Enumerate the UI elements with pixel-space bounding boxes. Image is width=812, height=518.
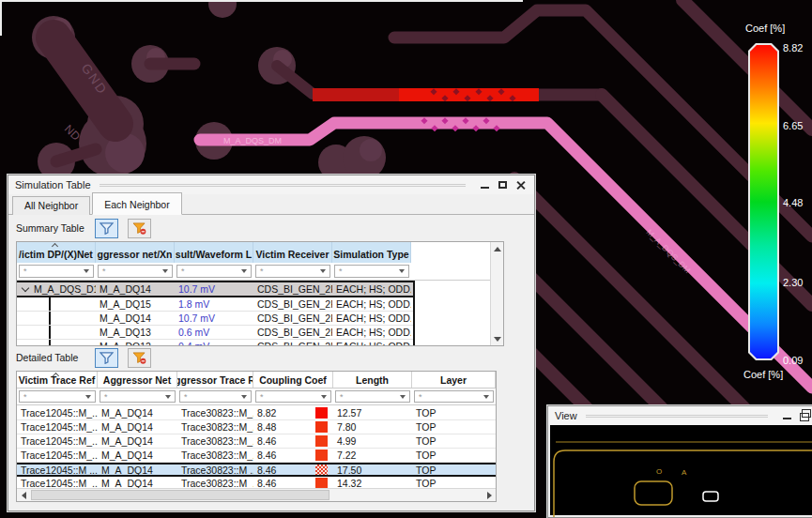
scroll-down-button[interactable] — [491, 332, 503, 345]
window-title: View — [555, 410, 577, 421]
reference-designator: O — [656, 467, 662, 476]
summary-table: /ictim DP/(X)Net ggressor net/Xn sult/Wa… — [16, 241, 504, 346]
filter-funnel-icon — [100, 352, 114, 364]
filter-input-victim-trace[interactable]: * — [19, 390, 96, 403]
column-header-aggressor-net[interactable]: ggressor net/Xn — [96, 242, 175, 263]
dropdown-arrow-icon — [84, 269, 89, 273]
column-header-simulation-type[interactable]: Simulation Type — [332, 242, 411, 263]
close-icon — [515, 180, 526, 190]
view-viewport[interactable]: O A — [550, 425, 812, 515]
scroll-left-button[interactable] — [17, 489, 30, 501]
restore-icon — [800, 413, 809, 421]
dropdown-arrow-icon — [399, 269, 405, 273]
dropdown-arrow-icon — [320, 269, 326, 273]
column-header-length[interactable]: Length — [333, 372, 412, 388]
summary-row-selected[interactable]: M_A_DQS_D1 M_A_DQ14 10.7 mV CDS_BI_GEN_2… — [17, 282, 413, 297]
filter-input-aggressor-net[interactable]: * — [98, 265, 173, 278]
detailed-row[interactable]: Trace12045::M_... M_A_DQ14 Trace30823::M… — [17, 434, 496, 449]
simulation-table-titlebar[interactable]: Simulation Table — [8, 175, 534, 194]
detailed-table: Victim Trace Ref Aggressor Net ggressor … — [16, 371, 497, 502]
filter-funnel-icon — [100, 222, 114, 235]
summary-clear-filter-button[interactable] — [128, 219, 151, 238]
tree-branch-line — [49, 312, 51, 325]
restore-button[interactable] — [797, 409, 812, 423]
column-header-result-waveform[interactable]: sult/Waveform L — [175, 242, 253, 263]
column-header-aggressor-trace-ref[interactable]: ggressor Trace R — [177, 372, 253, 388]
dropdown-arrow-icon — [165, 395, 171, 399]
victim-net-label: M_A_DQS_DM — [223, 136, 282, 145]
filter-input-layer[interactable]: * — [414, 390, 494, 403]
detailed-rows: Trace12045::M_... M_A_DQ14 Trace30823::M… — [17, 406, 496, 491]
column-header-victim-net[interactable]: /ictim DP/(X)Net — [17, 242, 96, 263]
scroll-up-button[interactable] — [491, 242, 503, 255]
dropdown-arrow-icon — [400, 395, 406, 399]
close-button[interactable] — [513, 178, 528, 192]
column-header-coupling-coef[interactable]: Coupling Coef — [253, 372, 333, 388]
maximize-button[interactable] — [495, 178, 510, 192]
victim-net-label-diagonal: M_A_DQS_DM — [645, 227, 693, 275]
filter-input-aggressor-trace[interactable]: * — [179, 390, 252, 403]
application-screen: GND ND — [0, 0, 812, 518]
clear-filter-funnel-icon — [132, 352, 146, 364]
dropdown-arrow-icon — [162, 269, 168, 273]
summary-row[interactable]: M_A_DQ15 1.8 mV CDS_BI_GEN_2P... EACH; H… — [17, 297, 413, 312]
filter-input-coupling-coef[interactable]: * — [255, 390, 331, 403]
tab-all-neighbor[interactable]: All Neighbor — [12, 196, 90, 215]
view-window-titlebar[interactable]: View — [548, 406, 812, 425]
summary-table-label: Summary Table — [16, 222, 85, 234]
column-header-aggressor-net[interactable]: Aggressor Net — [98, 372, 177, 388]
color-scale-tick: 4.48 — [783, 197, 811, 208]
color-scale-tick-max: 8.82 — [783, 42, 811, 53]
color-scale-tick: 2.30 — [783, 277, 811, 288]
horizontal-scroll-thumb[interactable] — [31, 490, 329, 500]
filter-input-sim-type[interactable]: * — [334, 265, 409, 278]
detailed-row[interactable]: Trace12045::M_... M_A_DQ14 Trace30823::M… — [17, 449, 496, 463]
filter-input-length[interactable]: * — [335, 390, 410, 403]
detailed-table-header: Victim Trace Ref Aggressor Net ggressor … — [17, 372, 496, 388]
column-header-victim-receiver[interactable]: Victim Receiver — [253, 242, 332, 263]
simulation-table-window: Simulation Table All Neighbor Each Neigh… — [8, 175, 535, 511]
column-header-layer[interactable]: Layer — [412, 372, 496, 388]
arrow-left-icon — [22, 492, 26, 499]
summary-table-header: /ictim DP/(X)Net ggressor net/Xn sult/Wa… — [17, 242, 503, 263]
board-outline — [554, 450, 812, 517]
dropdown-arrow-icon — [241, 395, 247, 399]
detailed-row[interactable]: Trace12045::M_... M_A_DQ14 Trace30823::M… — [17, 420, 496, 434]
tab-each-neighbor[interactable]: Each Neighbor — [92, 192, 181, 215]
summary-filter-row: * * * * * — [17, 263, 503, 281]
detailed-table-label: Detailed Table — [16, 352, 85, 363]
detailed-clear-filter-button[interactable] — [128, 348, 151, 368]
summary-vertical-scrollbar[interactable] — [490, 242, 503, 345]
arrow-down-icon — [494, 337, 501, 342]
summary-row[interactable]: M_A_DQ14 10.7 mV CDS_BI_GEN_2P... EACH; … — [17, 312, 413, 326]
detailed-row-selected[interactable]: Trace12045::M ... M_A_DQ14 Trace30823::M… — [17, 463, 496, 477]
summary-row[interactable]: M_A_DQ13 0.6 mV CDS_BI_GEN_2P... EACH; H… — [17, 326, 413, 340]
filter-input-result[interactable]: * — [176, 265, 252, 278]
color-scale-title-bottom: Coef [%] — [743, 369, 783, 380]
dropdown-arrow-icon — [85, 395, 91, 399]
coupling-coef-color-scale: Coef [%] 8.82 6.65 4.48 2.30 0.09 Coef [… — [740, 23, 812, 383]
screen-edge-left — [0, 0, 2, 36]
neighbor-tabbar: All Neighbor Each Neighbor — [8, 194, 534, 215]
component-outline — [635, 481, 672, 505]
filter-input-victim-net[interactable]: * — [19, 265, 94, 278]
reference-designator: A — [682, 468, 687, 477]
detailed-filter-button[interactable] — [95, 348, 118, 368]
minimize-button[interactable] — [779, 409, 794, 423]
dropdown-arrow-icon — [241, 269, 247, 273]
clear-filter-funnel-icon — [132, 222, 146, 235]
minimize-icon — [481, 187, 489, 189]
scroll-right-button[interactable] — [483, 489, 496, 501]
titlebar-grip — [586, 415, 768, 418]
expander-chevron-icon[interactable] — [22, 284, 29, 292]
detailed-horizontal-scrollbar[interactable] — [17, 488, 496, 501]
color-scale-tick: 6.65 — [783, 120, 811, 131]
minimize-button[interactable] — [477, 178, 492, 192]
column-header-victim-trace-ref[interactable]: Victim Trace Ref — [17, 372, 98, 388]
coef-color-swatch-highlighted — [315, 465, 328, 475]
filter-input-receiver[interactable]: * — [255, 265, 330, 278]
detailed-row[interactable]: Trace12045::M_... M_A_DQ14 Trace30823::M… — [17, 406, 496, 420]
summary-filter-button[interactable] — [95, 219, 118, 238]
tree-branch-line — [49, 326, 51, 339]
filter-input-aggressor-net[interactable]: * — [100, 390, 176, 403]
